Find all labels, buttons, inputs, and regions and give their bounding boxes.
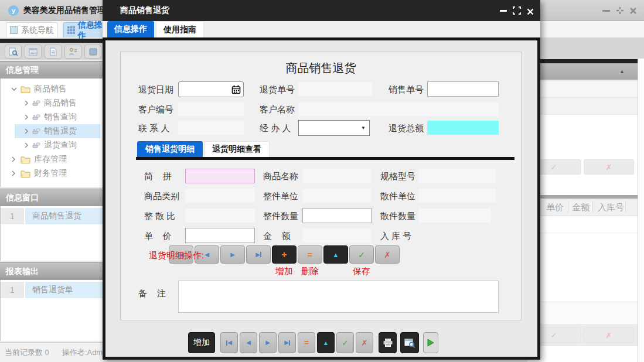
list-item[interactable]: 1 商品销售退货 <box>1 208 103 224</box>
part-unit-label: 散件单位 <box>380 191 415 202</box>
detail-add-button[interactable]: + <box>272 245 297 264</box>
dialog-close-button[interactable] <box>527 7 534 18</box>
bottom-prev-button[interactable]: ◀ <box>240 332 257 353</box>
right-field-row <box>527 81 638 97</box>
main-close-button[interactable] <box>629 6 637 17</box>
return-date-label: 退货日期 <box>138 84 173 95</box>
detail-delete-button[interactable]: = <box>298 245 322 264</box>
next-icon: ▶ <box>265 340 270 346</box>
stockin-no-label: 入 库 号 <box>380 231 411 242</box>
column-header[interactable]: 金额 <box>572 202 590 213</box>
price-label: 单 价 <box>144 231 172 242</box>
tree-leaf-return-query[interactable]: 退货查询 <box>1 138 103 152</box>
toolbar-user-button[interactable] <box>64 45 81 59</box>
main-restore-icon[interactable] <box>616 6 624 17</box>
collapse-icon[interactable]: ▲ <box>619 69 625 74</box>
tab-system-nav[interactable]: 系统导航 <box>6 22 57 37</box>
toolbar-document-button[interactable] <box>45 45 62 59</box>
row-label: 商品销售退货 <box>25 208 103 224</box>
dialog-tab-underline <box>103 37 540 40</box>
bottom-preview-button[interactable] <box>400 332 419 353</box>
calendar-icon[interactable] <box>231 85 241 94</box>
part-unit-field <box>418 189 496 203</box>
bottom-post-button[interactable]: ▲ <box>317 332 335 353</box>
bottom-first-button[interactable]: ◀ <box>220 332 238 353</box>
detail-post-button[interactable]: ▲ <box>323 245 348 264</box>
plus-icon: + <box>281 249 287 261</box>
main-minimize-button[interactable] <box>602 10 610 12</box>
remark-label: 备 注 <box>138 288 166 299</box>
right-white-block <box>527 115 638 195</box>
grid-icon <box>67 26 75 34</box>
check-icon: ✓ <box>551 163 557 172</box>
tree-node-product-sales[interactable]: 商品销售 <box>1 82 103 96</box>
tree-node-finance-mgmt[interactable]: 财务管理 <box>1 166 103 180</box>
bg-cancel-button[interactable]: ✗ <box>584 159 634 175</box>
tab-return-detail-view[interactable]: 退货明细查看 <box>204 141 270 157</box>
add-caption: 增加 <box>271 266 297 277</box>
last-icon: ▶ <box>284 340 290 346</box>
dialog-title-bar[interactable]: 商品销售退货 <box>103 0 540 21</box>
handler-select[interactable]: ▼ <box>298 120 370 136</box>
section-header-info-window[interactable]: 信息窗口 <box>0 189 103 206</box>
bottom-run-button[interactable] <box>423 332 438 353</box>
bottom-delete-button[interactable]: = <box>298 332 315 353</box>
panel-icon <box>89 48 97 56</box>
list-item[interactable]: 1 销售退货单 <box>1 282 103 298</box>
user-list-icon <box>69 47 77 56</box>
detail-next-button[interactable]: ▶ <box>220 245 245 264</box>
tree-leaf-product-sales[interactable]: 商品销售 <box>1 96 103 110</box>
bottom-last-button[interactable]: ▶ <box>278 332 296 353</box>
bottom-print-button[interactable] <box>379 332 397 353</box>
remark-textarea[interactable] <box>178 281 499 313</box>
tab-user-guide[interactable]: 使用指南 <box>156 21 204 37</box>
record-count: 当前记录数 0 <box>5 347 49 358</box>
toolbar-search-button[interactable] <box>5 45 22 59</box>
tool-icon <box>32 128 40 135</box>
ratio-label: 整 散 比 <box>144 211 175 222</box>
customer-name-field <box>298 102 499 116</box>
bottom-add-button[interactable]: 增加 <box>188 332 215 353</box>
price-input[interactable] <box>185 228 255 243</box>
dialog-minimize-button[interactable] <box>500 10 507 12</box>
column-header[interactable]: 单价 <box>546 202 564 213</box>
section-header-report-output[interactable]: 报表输出 <box>0 262 103 280</box>
last-icon: ▶ <box>255 252 261 258</box>
detail-cancel-button[interactable]: ✗ <box>375 245 400 264</box>
section-header-info-mgmt[interactable]: 信息管理 <box>0 61 103 78</box>
total-label: 退货总额 <box>389 123 424 134</box>
pinyin-input[interactable] <box>185 169 255 183</box>
amount-label: 金 额 <box>263 231 291 242</box>
tree-leaf-sales-query[interactable]: 销售查询 <box>1 110 103 124</box>
app-logo-icon: y <box>8 5 19 16</box>
bg-cancel-button[interactable]: ✗ <box>584 327 634 343</box>
detail-last-button[interactable]: ▶ <box>246 245 271 264</box>
bottom-next-button[interactable]: ▶ <box>259 332 277 353</box>
detail-save-button[interactable]: ✓ <box>349 245 374 264</box>
tree-node-inventory-mgmt[interactable]: 库存管理 <box>1 152 103 166</box>
bottom-confirm-button[interactable]: ✓ <box>336 332 354 353</box>
toolbar-window-button[interactable] <box>25 45 42 59</box>
form-title: 商品销售退货 <box>121 60 521 76</box>
equals-icon: = <box>308 250 313 259</box>
tab-return-detail[interactable]: 销售退货明细 <box>137 141 203 157</box>
tab-info-operation[interactable]: 信息操作 <box>107 21 154 37</box>
chevron-right-icon <box>24 128 29 134</box>
right-panel-header: ▲ <box>527 63 638 80</box>
customer-code-field <box>178 102 244 116</box>
toolbar-panel-button[interactable] <box>84 45 101 59</box>
row-label: 销售退货单 <box>25 282 103 298</box>
return-no-field <box>298 82 372 96</box>
cross-icon: ✗ <box>362 339 368 347</box>
tree-leaf-sales-return[interactable]: 销售退货 <box>15 124 100 138</box>
triangle-up-icon: ▲ <box>323 340 329 346</box>
sale-no-label: 销售单号 <box>389 84 424 95</box>
return-date-input[interactable] <box>178 81 244 97</box>
sale-no-input[interactable] <box>427 81 499 97</box>
bg-bottom-strip <box>527 346 644 362</box>
dialog-maximize-button[interactable] <box>513 6 521 17</box>
category-field <box>185 189 255 203</box>
bottom-cancel-button[interactable]: ✗ <box>356 332 373 353</box>
column-header[interactable]: 入库号 <box>598 202 624 213</box>
whole-qty-input[interactable] <box>302 208 372 223</box>
